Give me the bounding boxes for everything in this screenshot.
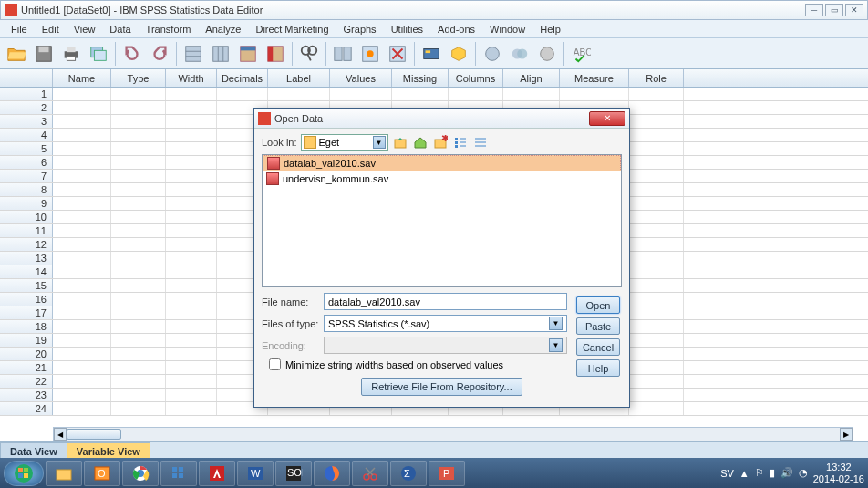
grid-cell[interactable] (111, 211, 166, 223)
grid-cell[interactable] (111, 156, 166, 169)
details-view-icon[interactable] (472, 134, 489, 151)
grid-cell[interactable] (166, 197, 217, 210)
split-file-icon[interactable] (330, 41, 356, 67)
grid-cell[interactable] (53, 361, 111, 374)
grid-cell[interactable] (166, 389, 217, 401)
new-folder-icon[interactable]: ✱ (432, 134, 449, 151)
col-type[interactable]: Type (111, 69, 166, 87)
tray-lang[interactable]: SV (720, 468, 734, 479)
grid-cell[interactable] (629, 265, 684, 278)
grid-cell[interactable] (330, 88, 392, 100)
menu-file[interactable]: File (4, 22, 35, 36)
tray-flag2-icon[interactable]: ⚐ (755, 467, 764, 479)
menu-transform[interactable]: Transform (139, 22, 199, 36)
scroll-thumb[interactable] (67, 429, 121, 440)
grid-cell[interactable] (53, 320, 111, 333)
filename-input[interactable] (324, 293, 567, 310)
grid-cell[interactable] (111, 320, 166, 333)
row-number[interactable]: 1 (0, 88, 53, 100)
row-number[interactable]: 22 (0, 375, 53, 388)
minimize-button[interactable]: ─ (805, 4, 823, 16)
row-number[interactable]: 23 (0, 389, 53, 401)
grid-cell[interactable] (629, 293, 684, 306)
tray-network-icon[interactable]: ◔ (799, 467, 808, 479)
grid-cell[interactable] (111, 252, 166, 265)
scroll-right-icon[interactable]: ▶ (840, 428, 852, 441)
scroll-left-icon[interactable]: ◀ (54, 428, 67, 441)
task-word[interactable]: W (237, 461, 274, 486)
grid-cell[interactable] (560, 88, 629, 100)
row-number[interactable]: 15 (0, 279, 53, 292)
list-view-icon[interactable] (452, 134, 469, 151)
grid-cell[interactable] (111, 402, 166, 415)
row-number[interactable]: 16 (0, 293, 53, 306)
file-list[interactable]: datalab_val2010.sav undervisn_kommun.sav (262, 154, 622, 287)
grid-cell[interactable] (53, 197, 111, 210)
grid-cell[interactable] (629, 211, 684, 223)
grid-cell[interactable] (111, 101, 166, 114)
grid-cell[interactable] (166, 334, 217, 347)
grid-cell[interactable] (166, 129, 217, 141)
col-columns[interactable]: Columns (449, 69, 503, 87)
dialog-close-button[interactable]: ✕ (589, 111, 625, 126)
grid-cell[interactable] (166, 348, 217, 360)
grid-cell[interactable] (629, 389, 684, 401)
grid-cell[interactable] (53, 129, 111, 141)
grid-cell[interactable] (111, 142, 166, 155)
row-number[interactable]: 13 (0, 252, 53, 265)
grid-cell[interactable] (111, 88, 166, 100)
row-number[interactable]: 5 (0, 142, 53, 155)
grid-cell[interactable] (111, 238, 166, 251)
grid-cell[interactable] (111, 389, 166, 401)
grid-cell[interactable] (629, 224, 684, 237)
horizontal-scrollbar[interactable]: ◀ ▶ (53, 427, 853, 441)
grid-cell[interactable] (166, 224, 217, 237)
grid-cell[interactable] (629, 402, 684, 415)
menu-view[interactable]: View (67, 22, 103, 36)
task-app[interactable] (160, 461, 197, 486)
paste-button[interactable]: Paste (576, 317, 620, 335)
grid-cell[interactable] (53, 142, 111, 155)
grid-cell[interactable] (629, 101, 684, 114)
grid-cell[interactable] (629, 252, 684, 265)
col-role[interactable]: Role (629, 69, 684, 87)
grid-cell[interactable] (629, 238, 684, 251)
grid-cell[interactable] (53, 238, 111, 251)
row-number[interactable]: 7 (0, 170, 53, 182)
col-width[interactable]: Width (166, 69, 217, 87)
task-snip[interactable] (352, 461, 388, 486)
row-number[interactable]: 24 (0, 402, 53, 415)
grid-cell[interactable] (111, 334, 166, 347)
grid-cell[interactable] (53, 293, 111, 306)
redo-icon[interactable] (147, 41, 172, 67)
grid-cell[interactable] (111, 361, 166, 374)
task-firefox[interactable] (314, 461, 350, 486)
grid-cell[interactable] (629, 183, 684, 196)
grid-cell[interactable] (53, 348, 111, 360)
tray-flag-icon[interactable]: ▲ (739, 468, 749, 479)
select-cases-icon[interactable] (385, 41, 410, 67)
show-all-icon[interactable] (480, 41, 505, 67)
grid-cell[interactable] (53, 224, 111, 237)
grid-cell[interactable] (629, 306, 684, 319)
cancel-button[interactable]: Cancel (576, 338, 620, 356)
grid-cell[interactable] (392, 88, 449, 100)
grid-cell[interactable] (629, 197, 684, 210)
grid-cell[interactable] (111, 265, 166, 278)
run-descriptives-icon[interactable] (263, 41, 288, 67)
open-file-icon[interactable] (4, 41, 29, 67)
grid-cell[interactable] (166, 115, 217, 128)
grid-cell[interactable] (629, 320, 684, 333)
variables-icon[interactable] (235, 41, 261, 67)
grid-cell[interactable] (111, 197, 166, 210)
filetype-combo[interactable]: SPSS Statistics (*.sav) ▼ (324, 315, 567, 332)
grid-cell[interactable] (111, 293, 166, 306)
goto-case-icon[interactable] (181, 41, 206, 67)
task-adobe[interactable] (199, 461, 235, 486)
row-number[interactable]: 21 (0, 361, 53, 374)
start-button[interactable] (4, 461, 44, 486)
task-spss[interactable]: Σ (390, 461, 427, 486)
grid-cell[interactable] (166, 265, 217, 278)
grid-cell[interactable] (53, 279, 111, 292)
grid-cell[interactable] (111, 115, 166, 128)
